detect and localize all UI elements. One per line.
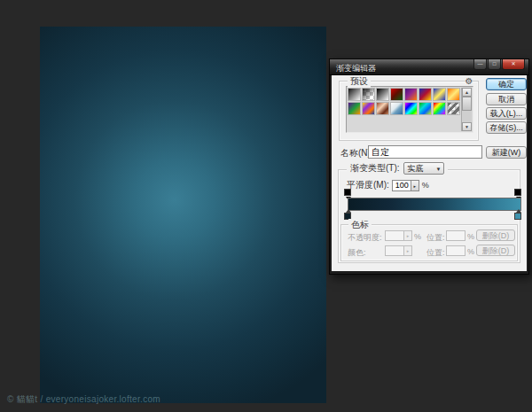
gradient-editor-dialog: 渐变编辑器 — □ ✕ 预设 ⚙ [329,58,529,275]
smoothness-input[interactable] [392,180,411,191]
maximize-button[interactable]: □ [488,59,501,70]
location-percent-bottom: % [467,247,474,256]
preset-swatch-black-white[interactable] [376,88,389,101]
preset-swatch-orange-yellow-orange[interactable] [447,88,460,101]
gradient-preview-bar[interactable] [348,198,521,211]
window-controls: — □ ✕ [473,59,525,70]
name-input[interactable] [368,145,482,159]
scroll-up-icon[interactable]: ▲ [462,88,472,97]
preset-swatch-fg-to-transparent[interactable] [362,88,375,101]
load-button[interactable]: 载入(L)... [486,107,527,120]
watermark: © 貓貓t / everyoneisajoker.lofter.com [7,393,160,406]
gradient-type-value: 实底 [408,163,424,175]
smoothness-unit: % [422,181,429,190]
color-stop-right[interactable] [514,213,521,220]
dialog-body: 预设 ⚙ ▲ [332,75,527,271]
preset-swatch-violet-orange[interactable] [404,88,418,101]
minimize-button[interactable]: — [473,59,487,70]
close-button[interactable]: ✕ [502,59,525,70]
opacity-input [385,230,404,241]
preset-swatch-transparent-rainbow[interactable] [433,102,446,115]
delete-color-stop-button: 删除(D) [476,245,515,256]
smoothness-label: 平滑度(M): [347,179,389,191]
opacity-percent: % [414,232,421,241]
location-input-bottom [446,245,466,256]
location-label-top: 位置: [426,232,445,244]
preset-swatch-blue-yellow-blue[interactable] [433,88,446,101]
preset-swatch-blue-red-yellow[interactable] [419,88,432,101]
delete-opacity-stop-button: 删除(D) [476,229,515,241]
color-label: 颜色: [348,247,366,259]
dialog-titlebar[interactable]: 渐变编辑器 — □ ✕ [330,59,528,75]
save-button[interactable]: 存储(S)... [486,121,527,134]
gradient-type-label: 渐变类型(T): [350,162,400,175]
opacity-slider-arrow-icon: ▸ [404,230,412,241]
preset-swatch-yellow-violet-orange-blue[interactable] [362,102,375,115]
stops-label: 色标 [348,219,372,231]
new-button[interactable]: 新建(W) [486,146,527,159]
location-label-bottom: 位置: [426,247,445,259]
preset-swatch-chrome[interactable] [390,102,403,115]
presets-label: 预设 [348,75,371,88]
scroll-thumb[interactable] [462,97,472,111]
preset-scrollbar[interactable]: ▲ ▼ [461,88,472,131]
document-canvas [40,27,326,403]
color-swatch-well [385,245,404,256]
ok-button[interactable]: 确定 [486,78,527,90]
color-picker-arrow-icon: ▸ [404,245,412,256]
dialog-title: 渐变编辑器 [336,63,376,74]
location-input-top [446,230,466,241]
scroll-down-icon[interactable]: ▼ [462,122,472,131]
opacity-label: 不透明度: [348,232,382,244]
preset-swatch-fg-to-bg[interactable] [348,88,361,101]
preset-swatch-grid [348,88,462,115]
preset-swatch-red-green[interactable] [390,88,403,101]
opacity-stop-right[interactable] [514,189,521,196]
chevron-down-icon: ▼ [436,167,442,172]
gradient-type-dropdown[interactable]: 实底 ▼ [403,162,444,175]
preset-swatch-green-cyan-spectrum[interactable] [419,102,432,115]
preset-swatch-spectrum[interactable] [404,102,418,115]
location-percent-top: % [467,232,474,241]
preset-swatch-violet-green-orange[interactable] [348,102,361,115]
preset-list: ▲ ▼ [346,86,473,133]
cancel-button[interactable]: 取消 [486,93,527,105]
preset-swatch-copper[interactable] [376,102,389,115]
smoothness-slider-arrow-icon[interactable]: ▸ [411,180,419,191]
preset-swatch-transparent-stripes[interactable] [447,102,460,115]
